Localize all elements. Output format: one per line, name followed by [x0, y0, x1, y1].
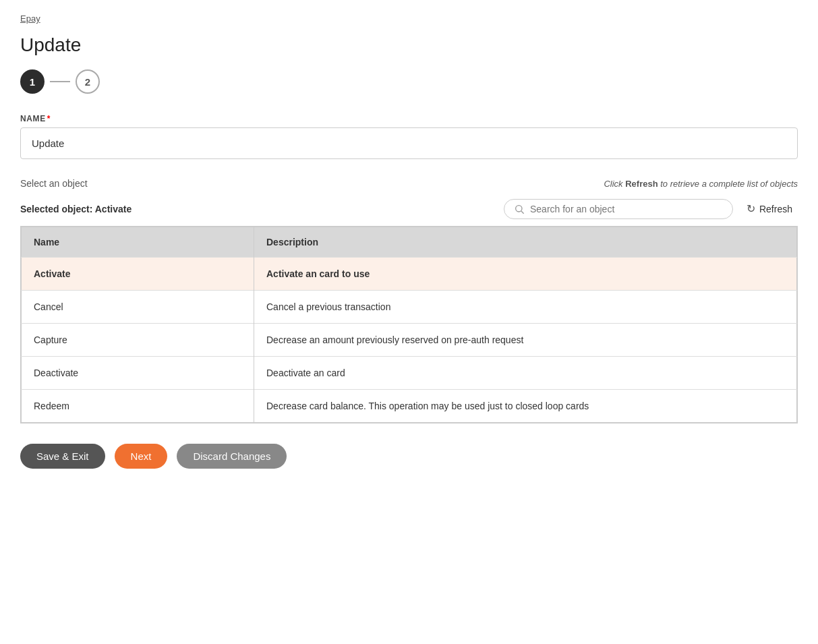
select-object-label: Select an object — [20, 178, 88, 189]
table-row[interactable]: RedeemDecrease card balance. This operat… — [22, 390, 797, 423]
table-body: ActivateActivate an card to useCancelCan… — [22, 258, 797, 423]
breadcrumb[interactable]: Epay — [20, 13, 798, 24]
table-cell-description: Activate an card to use — [254, 258, 797, 291]
search-refresh-group: ↻ Refresh — [504, 198, 798, 219]
name-field-container: NAME* — [20, 114, 798, 159]
table-toolbar: Selected object: Activate ↻ Refresh — [20, 198, 798, 219]
table-cell-name: Activate — [22, 258, 254, 291]
search-input[interactable] — [530, 204, 723, 214]
refresh-hint: Click Refresh to retrieve a complete lis… — [604, 179, 798, 189]
name-input[interactable] — [20, 127, 798, 159]
col-header-description: Description — [254, 227, 797, 258]
table-row[interactable]: CancelCancel a previous transaction — [22, 291, 797, 324]
table-wrapper: Name Description ActivateActivate an car… — [20, 226, 798, 423]
table-row[interactable]: ActivateActivate an card to use — [22, 258, 797, 291]
next-button[interactable]: Next — [115, 444, 168, 469]
step-2-circle[interactable]: 2 — [76, 69, 100, 94]
table-cell-description: Decrease card balance. This operation ma… — [254, 390, 797, 423]
name-label: NAME* — [20, 114, 798, 123]
table-cell-description: Cancel a previous transaction — [254, 291, 797, 324]
col-header-name: Name — [22, 227, 254, 258]
selected-object-label: Selected object: Activate — [20, 204, 132, 214]
required-indicator: * — [47, 114, 51, 123]
page-title: Update — [20, 34, 798, 56]
table-cell-name: Deactivate — [22, 357, 254, 390]
svg-line-1 — [521, 211, 524, 214]
table-cell-name: Capture — [22, 324, 254, 357]
table-row[interactable]: CaptureDecrease an amount previously res… — [22, 324, 797, 357]
refresh-button[interactable]: ↻ Refresh — [741, 198, 798, 219]
table-cell-name: Cancel — [22, 291, 254, 324]
step-1-circle[interactable]: 1 — [20, 69, 45, 94]
stepper: 1 2 — [20, 69, 798, 94]
table-cell-description: Decrease an amount previously reserved o… — [254, 324, 797, 357]
refresh-icon: ↻ — [747, 202, 755, 215]
step-connector — [50, 81, 70, 82]
table-row[interactable]: DeactivateDeactivate an card — [22, 357, 797, 390]
search-icon — [514, 204, 525, 214]
select-object-section: Select an object Click Refresh to retrie… — [20, 178, 798, 423]
footer-buttons: Save & Exit Next Discard Changes — [20, 444, 798, 482]
save-exit-button[interactable]: Save & Exit — [20, 444, 105, 469]
discard-changes-button[interactable]: Discard Changes — [177, 444, 287, 469]
refresh-label: Refresh — [759, 204, 792, 214]
table-header: Name Description — [22, 227, 797, 258]
svg-point-0 — [516, 205, 522, 211]
select-object-header: Select an object Click Refresh to retrie… — [20, 178, 798, 189]
search-box[interactable] — [504, 199, 733, 219]
objects-table: Name Description ActivateActivate an car… — [21, 227, 797, 423]
table-cell-description: Deactivate an card — [254, 357, 797, 390]
table-cell-name: Redeem — [22, 390, 254, 423]
